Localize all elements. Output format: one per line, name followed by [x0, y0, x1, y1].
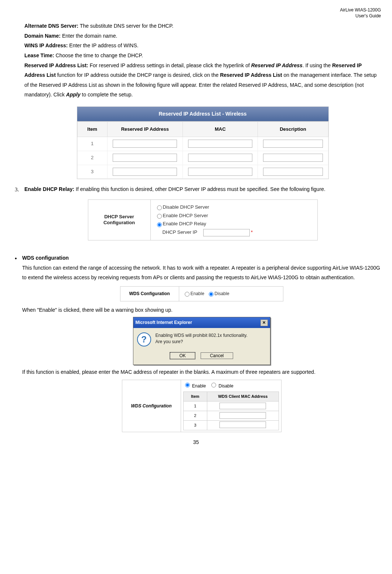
- fig5-disable: Disable: [219, 383, 234, 389]
- opt2: Enable DHCP Server: [163, 212, 208, 220]
- fig3-left: WDS Configuration: [120, 287, 179, 301]
- table-row: 1: [77, 137, 328, 151]
- reserved-t2: . If using the: [303, 62, 332, 68]
- desc-input[interactable]: [263, 140, 323, 148]
- reserved-text1: For reserved IP address settings in deta…: [88, 62, 251, 68]
- wds-title: WDS configuration: [22, 253, 381, 263]
- dialog-msg1: Enabling WDS will prohibit 802.1x functi…: [156, 333, 248, 338]
- radio-enable-dhcp[interactable]: [157, 214, 162, 219]
- domain-label: Domain Name:: [24, 33, 61, 39]
- wds-mac-input[interactable]: [219, 421, 266, 428]
- after-dialog-text: If this function is enabled, please ente…: [22, 367, 381, 377]
- lease-line: Lease Time: Choose the time to change th…: [24, 51, 381, 61]
- page-number: 35: [11, 437, 381, 447]
- radio-wds2-disable[interactable]: [211, 383, 216, 387]
- row-num: 1: [183, 402, 207, 411]
- mac-input[interactable]: [188, 140, 252, 148]
- desc-input[interactable]: [263, 168, 323, 176]
- radio-wds-enable[interactable]: [185, 292, 190, 297]
- radio-wds2-enable[interactable]: [185, 383, 190, 387]
- mac-input[interactable]: [188, 154, 252, 162]
- desc-input[interactable]: [263, 154, 323, 162]
- reserved-ip-table: Item Reserved IP Address MAC Description…: [77, 122, 328, 179]
- reserved-t3: function for IP address outside the DHCP…: [56, 72, 220, 78]
- reserved-em: Reserved IP Address: [251, 62, 303, 68]
- warn-line: When "Enable" is clicked, there will be …: [22, 305, 381, 315]
- col-mac: WDS Client MAC Address: [207, 392, 279, 402]
- fig1-title: Reserved IP Address List - Wireless: [77, 107, 328, 122]
- question-icon: ?: [137, 332, 151, 346]
- table-row: 2: [183, 411, 279, 421]
- col-desc: Description: [258, 122, 328, 137]
- ie-dialog: Microsoft Internet Explorer ✕ ? Enabling…: [133, 317, 270, 365]
- opt1: Disable DHCP Server: [163, 204, 209, 211]
- wds-mac-table: Item WDS Client MAC Address 1 2 3: [183, 392, 279, 430]
- fig3-disable: Disable: [215, 290, 229, 298]
- row-num: 2: [77, 151, 107, 165]
- table-row: 3: [183, 420, 279, 430]
- alt-dns-text: The substitute DNS server for the DHCP.: [78, 23, 173, 29]
- row-num: 3: [77, 165, 107, 179]
- col-ip: Reserved IP Address: [107, 122, 183, 137]
- domain-line: Domain Name: Enter the domain name.: [24, 31, 381, 41]
- radio-disable-dhcp[interactable]: [157, 205, 162, 210]
- col-item: Item: [183, 392, 207, 402]
- close-icon[interactable]: ✕: [260, 320, 268, 326]
- header-line1: AirLive WIAS-1200G: [340, 7, 381, 13]
- item3-label: Enable DHCP Relay:: [24, 186, 74, 192]
- opt3: Enable DHCP Relay: [163, 220, 207, 228]
- alt-dns-line: Alternate DNS Server: The substitute DNS…: [24, 21, 381, 31]
- wds-config-figure: WDS Configuration Enable Disable: [120, 286, 283, 301]
- wins-label: WINS IP Address:: [24, 42, 68, 48]
- cancel-button[interactable]: Cancel: [201, 352, 233, 359]
- dhcp-server-ip-label: DHCP Server IP: [163, 229, 197, 236]
- reserved-ip-input[interactable]: [113, 168, 177, 176]
- wds-section: • WDS configuration This function can ex…: [11, 253, 381, 435]
- wds-mac-input[interactable]: [219, 412, 266, 419]
- fig5-left: WDS Configuration: [122, 380, 181, 431]
- doc-header: AirLive WIAS-1200G User's Guide: [11, 7, 381, 19]
- mac-input[interactable]: [188, 168, 252, 176]
- row-num: 1: [77, 137, 107, 151]
- item3-text: If enabling this function is desired, ot…: [74, 186, 325, 192]
- reserved-ip-input[interactable]: [113, 140, 177, 148]
- lease-label: Lease Time:: [24, 52, 54, 58]
- reserved-label: Reserved IP Address List:: [24, 62, 88, 68]
- main-content: Alternate DNS Server: The substitute DNS…: [11, 21, 381, 179]
- wds-mac-input[interactable]: [219, 403, 266, 409]
- col-item: Item: [77, 122, 107, 137]
- wins-line: WINS IP Address: Enter the IP address of…: [24, 41, 381, 51]
- reserved-para: Reserved IP Address List: For reserved I…: [24, 61, 381, 100]
- row-num: 2: [183, 411, 207, 421]
- dialog-message: Enabling WDS will prohibit 802.1x functi…: [156, 332, 248, 346]
- col-mac: MAC: [183, 122, 258, 137]
- table-row: 1: [183, 402, 279, 411]
- bullet-icon: •: [15, 253, 22, 435]
- wds-mac-figure: WDS Configuration Enable Disable Item WD…: [122, 380, 282, 432]
- reserved-ip-figure: Reserved IP Address List - Wireless Item…: [77, 106, 329, 179]
- ok-button[interactable]: OK: [170, 352, 195, 359]
- wins-text: Enter the IP address of WINS.: [68, 42, 138, 48]
- item3-number: 3.: [15, 184, 24, 249]
- radio-wds-disable[interactable]: [209, 292, 214, 297]
- table-row: 2: [77, 151, 328, 165]
- dhcp-relay-figure: DHCP Server Configuration Disable DHCP S…: [88, 199, 318, 240]
- reserved-ip-input[interactable]: [113, 154, 177, 162]
- radio-enable-relay[interactable]: [157, 222, 162, 227]
- dhcp-server-ip-input[interactable]: [203, 229, 250, 236]
- fig2-left: DHCP Server Configuration: [88, 200, 151, 240]
- lease-text: Choose the time to change the DHCP.: [54, 52, 143, 58]
- fig5-enable: Enable: [192, 383, 206, 389]
- required-star: *: [251, 229, 253, 236]
- dialog-msg2: Are you sure?: [156, 339, 183, 344]
- domain-text: Enter the domain name.: [61, 33, 117, 39]
- table-row: 3: [77, 165, 328, 179]
- reserved-apply: Apply: [66, 92, 81, 98]
- dialog-title: Microsoft Internet Explorer: [136, 318, 192, 327]
- wds-para: This function can extend the range of ac…: [22, 263, 381, 283]
- list-item-3: 3. Enable DHCP Relay: If enabling this f…: [11, 184, 381, 249]
- alt-dns-label: Alternate DNS Server:: [24, 23, 78, 29]
- reserved-t5: to complete the setup.: [81, 92, 133, 98]
- row-num: 3: [183, 420, 207, 430]
- reserved-b2: Reserved IP Address List: [220, 72, 282, 78]
